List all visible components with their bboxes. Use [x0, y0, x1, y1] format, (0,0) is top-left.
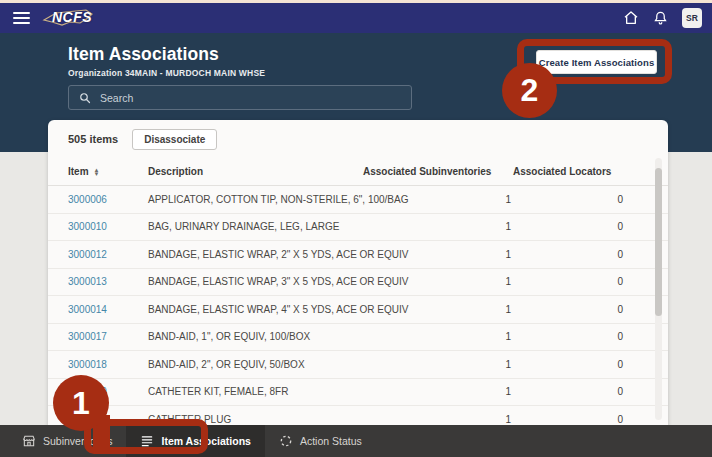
item-number-link[interactable]: 3000018	[68, 359, 148, 370]
column-header-item[interactable]: Item ▲▼	[68, 166, 148, 177]
associated-locators-count: 0	[513, 249, 625, 260]
item-description: CATHETER PLUG	[148, 414, 363, 425]
tab-label: Action Status	[300, 435, 362, 447]
tab-label: Item Associations	[161, 435, 250, 447]
table-row: 3000014BANDAGE, ELASTIC WRAP, 4" X 5 YDS…	[48, 296, 668, 324]
table-row: 3000020CATHETER PLUG10	[48, 406, 668, 426]
item-description: BAND-AID, 2", OR EQUIV, 50/BOX	[148, 359, 363, 370]
topbar-actions: SR	[622, 8, 702, 28]
item-number-link[interactable]: 3000012	[68, 249, 148, 260]
associated-subinventories-count: 1	[363, 414, 513, 425]
item-description: CATHETER KIT, FEMALE, 8FR	[148, 386, 363, 397]
tab-subinventories[interactable]: Subinventories	[8, 425, 126, 457]
top-navigation-bar: NCFS SR	[0, 3, 712, 33]
table-row: 3000017BAND-AID, 1", OR EQUIV, 100/BOX10	[48, 324, 668, 352]
organization-subtitle: Organization 34MAIN - MURDOCH MAIN WHSE	[68, 68, 265, 78]
storefront-icon	[22, 434, 36, 448]
item-description: BANDAGE, ELASTIC WRAP, 3" X 5 YDS, ACE O…	[148, 276, 363, 287]
table-body: 3000006APPLICATOR, COTTON TIP, NON-STERI…	[48, 186, 668, 426]
ncfs-logo[interactable]: NCFS	[42, 5, 106, 31]
home-icon[interactable]	[622, 10, 639, 27]
list-icon	[140, 434, 154, 448]
associated-locators-count: 0	[513, 221, 625, 232]
item-number-link[interactable]: 3000010	[68, 221, 148, 232]
search-placeholder: Search	[100, 92, 133, 104]
item-number-link[interactable]: 3000019	[68, 386, 148, 397]
table-row: 3000006APPLICATOR, COTTON TIP, NON-STERI…	[48, 186, 668, 214]
item-description: BAG, URINARY DRAINAGE, LEG, LARGE	[148, 221, 363, 232]
search-icon	[79, 92, 91, 104]
item-number-link[interactable]: 3000017	[68, 331, 148, 342]
scrollbar-thumb[interactable]	[655, 168, 662, 316]
item-description: BANDAGE, ELASTIC WRAP, 4" X 5 YDS, ACE O…	[148, 304, 363, 315]
create-item-associations-button[interactable]: Create Item Associations	[536, 50, 657, 74]
app-window: NCFS SR Item Associations Organization 3…	[0, 0, 712, 457]
associated-subinventories-count: 1	[363, 194, 513, 205]
associated-locators-count: 0	[513, 414, 625, 425]
table-row: 3000012BANDAGE, ELASTIC WRAP, 2" X 5 YDS…	[48, 241, 668, 269]
item-description: BAND-AID, 1", OR EQUIV, 100/BOX	[148, 331, 363, 342]
spinner-icon	[279, 434, 293, 448]
item-number-link[interactable]: 3000014	[68, 304, 148, 315]
column-header-associated-subinventories: Associated Subinventories	[363, 166, 513, 177]
logo-text: NCFS	[52, 9, 92, 25]
page-title: Item Associations	[68, 44, 219, 65]
item-number-link[interactable]: 3000020	[68, 414, 148, 425]
table-row: 3000013BANDAGE, ELASTIC WRAP, 3" X 5 YDS…	[48, 269, 668, 297]
hamburger-menu-icon[interactable]	[13, 12, 30, 24]
item-associations-card: 505 items Disassociate Item ▲▼ Descripti…	[48, 120, 668, 426]
disassociate-button[interactable]: Disassociate	[132, 129, 217, 150]
associated-subinventories-count: 1	[363, 276, 513, 287]
associated-locators-count: 0	[513, 386, 625, 397]
item-number-link[interactable]: 3000006	[68, 194, 148, 205]
associated-subinventories-count: 1	[363, 249, 513, 260]
associated-locators-count: 0	[513, 331, 625, 342]
item-description: APPLICATOR, COTTON TIP, NON-STERILE, 6",…	[148, 194, 363, 205]
vertical-scrollbar[interactable]	[655, 158, 662, 420]
table-row: 3000019CATHETER KIT, FEMALE, 8FR10	[48, 379, 668, 407]
search-input[interactable]: Search	[68, 85, 412, 110]
table-header-row: Item ▲▼ Description Associated Subinvent…	[48, 158, 668, 186]
card-toolbar: 505 items Disassociate	[48, 120, 668, 158]
associated-subinventories-count: 1	[363, 304, 513, 315]
tab-label: Subinventories	[43, 435, 112, 447]
associated-locators-count: 0	[513, 194, 625, 205]
bottom-tab-bar: Subinventories Item Associations Action …	[0, 425, 712, 457]
item-description: BANDAGE, ELASTIC WRAP, 2" X 5 YDS, ACE O…	[148, 249, 363, 260]
item-number-link[interactable]: 3000013	[68, 276, 148, 287]
bell-icon[interactable]	[652, 10, 669, 27]
tab-action-status[interactable]: Action Status	[265, 425, 376, 457]
tab-item-associations[interactable]: Item Associations	[126, 425, 264, 457]
associated-locators-count: 0	[513, 304, 625, 315]
column-header-associated-locators: Associated Locators	[513, 166, 625, 177]
user-avatar[interactable]: SR	[682, 8, 702, 28]
associated-subinventories-count: 1	[363, 359, 513, 370]
associated-subinventories-count: 1	[363, 331, 513, 342]
associated-subinventories-count: 1	[363, 221, 513, 232]
associated-locators-count: 0	[513, 359, 625, 370]
table-row: 3000010BAG, URINARY DRAINAGE, LEG, LARGE…	[48, 214, 668, 242]
sort-icon[interactable]: ▲▼	[94, 168, 100, 176]
items-count: 505 items	[68, 133, 118, 145]
associated-locators-count: 0	[513, 276, 625, 287]
table-row: 3000018BAND-AID, 2", OR EQUIV, 50/BOX10	[48, 351, 668, 379]
column-header-description: Description	[148, 166, 363, 177]
associated-subinventories-count: 1	[363, 386, 513, 397]
